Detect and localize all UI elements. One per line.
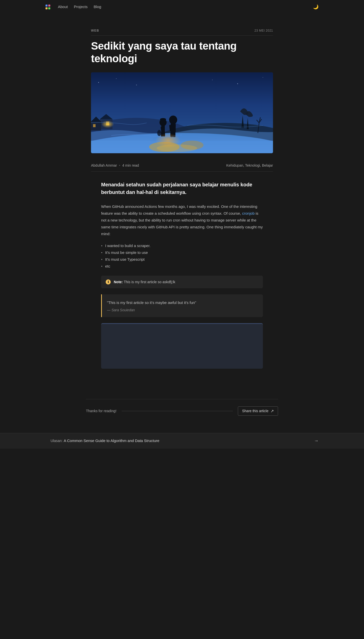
author-name: Abdullah Ammar — [91, 163, 117, 167]
footer-divider — [122, 411, 233, 411]
svg-rect-26 — [173, 125, 176, 131]
article-title: Sedikit yang saya tau tentang teknologi — [91, 40, 273, 65]
byline-separator: • — [119, 163, 120, 167]
site-logo[interactable] — [46, 5, 50, 9]
list-item: etc — [101, 263, 263, 270]
share-label: Share this article — [242, 409, 268, 413]
byline-left: Abdullah Ammar • 4 min read — [91, 163, 139, 167]
logo-dot-green — [48, 7, 50, 9]
nav-blog[interactable]: Blog — [94, 5, 101, 9]
article-byline: Abdullah Ammar • 4 min read Kehidupan, T… — [91, 160, 273, 172]
code-block — [101, 323, 263, 369]
article-hero-image — [91, 72, 273, 153]
logo-dot-blue — [46, 5, 48, 7]
next-article-bar[interactable]: Ulasan: A Common Sense Guide to Algorith… — [0, 433, 364, 449]
nav-projects[interactable]: Projects — [74, 5, 87, 9]
svg-point-32 — [116, 78, 117, 79]
svg-point-14 — [101, 120, 114, 128]
article-category: WEB — [91, 29, 99, 32]
svg-point-35 — [237, 83, 238, 84]
svg-point-34 — [212, 80, 213, 80]
article-paragraph-1: When GitHub announced Actions few months… — [101, 203, 263, 237]
quote-attribution: — Sara Souiedan — [107, 308, 258, 312]
next-article-content: Ulasan: A Common Sense Guide to Algorith… — [46, 438, 314, 443]
svg-point-33 — [136, 84, 137, 85]
article-date: 23 MEI 2021 — [254, 29, 273, 32]
thanks-text: Thanks for reading! — [86, 409, 117, 413]
read-time: 4 min read — [122, 163, 139, 167]
nav-links: About Projects Blog — [58, 5, 313, 9]
article-meta-top: WEB 23 MEI 2021 — [91, 29, 273, 36]
svg-point-31 — [98, 82, 99, 83]
list-item: It's must be simple to use — [101, 249, 263, 256]
quote-text: "This is my first article so it's maybe … — [107, 299, 258, 306]
list-item: I wanted to build a scraper. — [101, 242, 263, 249]
note-icon: ℹ — [106, 279, 111, 284]
cronjob-link[interactable]: cronjob — [242, 211, 255, 215]
article-tags: Kehidupan, Teknologi, Belajar — [226, 163, 273, 167]
main-nav: About Projects Blog 🌙 — [0, 0, 364, 14]
article-lead: Menandai setahun sudah perjalanan saya b… — [101, 181, 263, 196]
dark-mode-toggle[interactable]: 🌙 — [313, 4, 318, 10]
next-article-arrow-icon: → — [314, 438, 318, 444]
share-article-button[interactable]: Share this article ↗ — [238, 406, 278, 416]
next-article-label: Ulasan: — [51, 439, 62, 443]
note-text: Note: This is my first article so askdfj… — [114, 279, 175, 285]
logo-dot-pink — [48, 5, 50, 7]
list-item: It's must use Typescript — [101, 256, 263, 263]
note-box: ℹ Note: This is my first article so askd… — [101, 276, 263, 288]
svg-point-23 — [169, 116, 177, 124]
blockquote: "This is my first article so it's maybe … — [101, 294, 263, 317]
svg-rect-11 — [91, 122, 101, 130]
article-list: I wanted to build a scraper. It's must b… — [101, 242, 263, 270]
logo-dot-yellow — [46, 7, 48, 9]
article-container: WEB 23 MEI 2021 Sedikit yang saya tau te… — [86, 14, 278, 369]
share-arrow-icon: ↗ — [270, 409, 274, 413]
svg-rect-13 — [93, 124, 96, 127]
nav-about[interactable]: About — [58, 5, 68, 9]
article-footer: Thanks for reading! Share this article ↗ — [86, 399, 278, 423]
svg-point-36 — [263, 77, 263, 78]
svg-point-30 — [155, 133, 181, 148]
next-article-title: A Common Sense Guide to Algorithm and Da… — [64, 438, 160, 443]
svg-rect-22 — [161, 118, 165, 121]
article-body: Menandai setahun sudah perjalanan saya b… — [91, 181, 273, 369]
